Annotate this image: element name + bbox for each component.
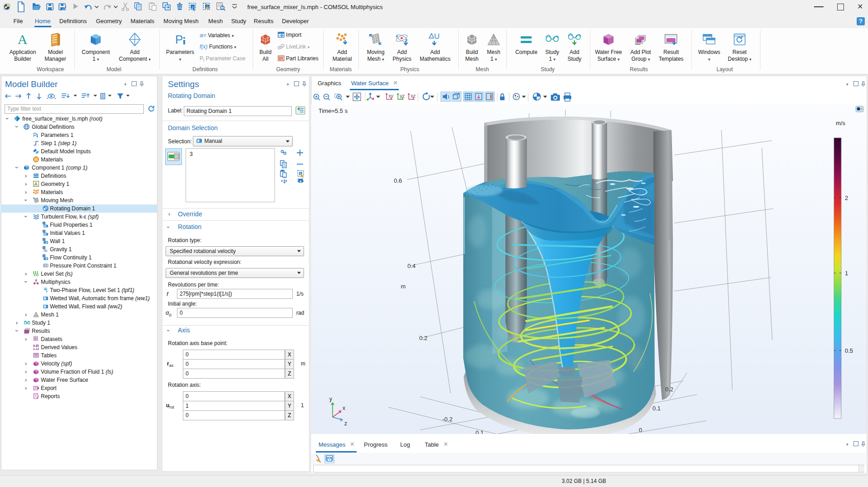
svg-text:0.2: 0.2: [419, 335, 427, 341]
svg-text:xy: xy: [388, 93, 394, 98]
svg-text:yz: yz: [400, 93, 405, 98]
svg-text:0.5: 0.5: [845, 347, 853, 354]
svg-text:xz: xz: [411, 93, 416, 98]
svg-text:0: 0: [639, 427, 642, 433]
svg-text:x: x: [343, 405, 345, 411]
svg-text:P: P: [175, 33, 183, 46]
svg-text:A: A: [18, 32, 28, 47]
svg-text:0.2: 0.2: [665, 386, 673, 393]
svg-text:m: m: [401, 283, 406, 290]
svg-text:m/s: m/s: [836, 120, 845, 127]
svg-text:-0.2: -0.2: [442, 416, 452, 423]
svg-text:0.1: 0.1: [652, 405, 661, 412]
svg-text:0.4: 0.4: [407, 263, 416, 269]
svg-text:0.1: 0.1: [476, 429, 484, 434]
svg-text:z: z: [344, 420, 347, 427]
svg-text:Time=5.5 s: Time=5.5 s: [319, 107, 348, 114]
svg-text:1: 1: [845, 270, 848, 277]
svg-text:0.6: 0.6: [394, 177, 402, 184]
svg-text:y: y: [329, 396, 332, 402]
svg-text:2: 2: [845, 195, 848, 201]
